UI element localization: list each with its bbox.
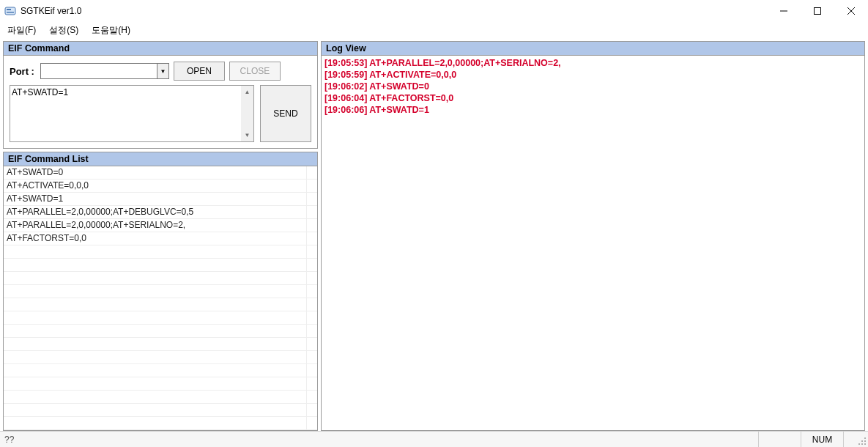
svg-point-12 [864,437,866,439]
command-text[interactable]: AT+SWATD=1 [12,87,240,140]
right-column: Log View [19:05:53] AT+PARALLEL=2,0,0000… [321,41,865,431]
scroll-down-icon[interactable]: ▼ [241,129,253,141]
resize-grip-icon[interactable] [843,432,868,447]
window-title: SGTKEif ver1.0 [21,6,81,16]
list-item[interactable]: AT+PARALLEL=2,0,00000;AT+DEBUGLVC=0,5 [4,206,317,219]
eif-command-header: EIF Command [4,42,317,56]
send-button[interactable]: SEND [260,85,311,142]
svg-point-9 [858,443,860,445]
status-cap [758,432,801,447]
menubar: 파일(F) 설정(S) 도움말(H) [0,22,868,38]
command-textarea[interactable]: AT+SWATD=1 ▲ ▼ [10,85,254,142]
content-area: EIF Command Port : ▼ OPEN CLOSE AT+SWATD… [0,38,868,431]
minimize-button[interactable] [767,0,801,22]
log-line: [19:05:59] AT+ACTIVATE=0,0,0 [324,69,861,81]
list-item[interactable]: AT+SWATD=0 [4,166,317,180]
close-button-port: CLOSE [229,62,281,81]
titlebar: SGTKEif ver1.0 [0,0,868,22]
port-label: Port : [10,66,36,77]
svg-rect-0 [5,7,15,15]
list-item[interactable]: AT+ACTIVATE=0,0,0 [4,180,317,193]
open-button[interactable]: OPEN [174,62,225,81]
status-num: NUM [801,432,843,447]
log-line: [19:06:04] AT+FACTORST=0,0 [324,92,861,104]
left-column: EIF Command Port : ▼ OPEN CLOSE AT+SWATD… [3,41,318,431]
status-left: ?? [0,432,758,447]
svg-point-11 [861,440,863,442]
eif-command-panel: EIF Command Port : ▼ OPEN CLOSE AT+SWATD… [3,41,318,149]
svg-point-10 [864,440,866,442]
svg-point-8 [861,443,863,445]
app-icon [4,5,16,17]
eif-command-list-header: EIF Command List [4,152,317,166]
list-item[interactable]: AT+FACTORST=0,0 [4,232,317,245]
close-button[interactable] [834,0,868,22]
log-view-body[interactable]: [19:05:53] AT+PARALLEL=2,0,00000;AT+SERI… [322,56,864,430]
statusbar: ?? NUM [0,431,868,447]
log-line: [19:06:06] AT+SWATD=1 [324,104,861,116]
eif-command-list-body[interactable]: AT+SWATD=0AT+ACTIVATE=0,0,0AT+SWATD=1AT+… [4,166,317,430]
textarea-scrollbar[interactable]: ▲ ▼ [241,86,253,141]
log-view-panel: Log View [19:05:53] AT+PARALLEL=2,0,0000… [321,41,865,431]
log-line: [19:06:02] AT+SWATD=0 [324,81,861,92]
log-view-header: Log View [322,42,864,56]
menu-help[interactable]: 도움말(H) [87,23,135,38]
svg-rect-1 [7,9,11,10]
port-input[interactable] [41,64,157,78]
svg-point-7 [864,443,866,445]
svg-rect-2 [7,12,14,13]
list-item[interactable]: AT+PARALLEL=2,0,00000;AT+SERIALNO=2, [4,219,317,232]
menu-settings[interactable]: 설정(S) [45,23,83,38]
eif-command-list-panel: EIF Command List AT+SWATD=0AT+ACTIVATE=0… [3,152,318,431]
menu-file[interactable]: 파일(F) [3,23,40,38]
scroll-up-icon[interactable]: ▲ [241,86,253,98]
window-controls [767,0,868,22]
port-combobox[interactable]: ▼ [40,63,169,79]
log-line: [19:05:53] AT+PARALLEL=2,0,00000;AT+SERI… [324,57,861,69]
list-item[interactable]: AT+SWATD=1 [4,193,317,206]
maximize-button[interactable] [801,0,834,22]
chevron-down-icon[interactable]: ▼ [157,64,168,78]
svg-rect-4 [815,8,821,15]
